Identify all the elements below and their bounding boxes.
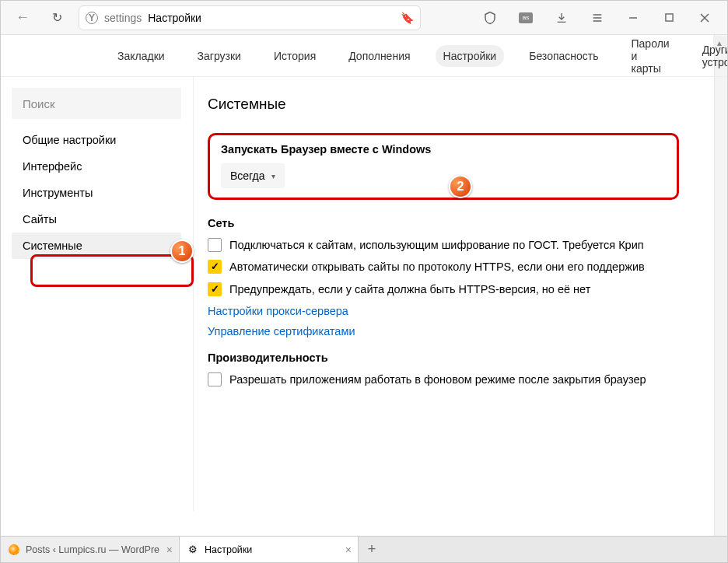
category-tabs: Закладки Загрузки История Дополнения Нас…: [1, 35, 727, 77]
checkbox-background[interactable]: [208, 372, 222, 386]
reload-button[interactable]: ↻: [40, 5, 74, 31]
url-key: settings: [104, 12, 142, 24]
checkbox-https-auto-row[interactable]: Автоматически открывать сайты по протоко…: [208, 259, 727, 275]
checkbox-https-warn-row[interactable]: Предупреждать, если у сайта должна быть …: [208, 282, 727, 297]
gear-icon: ⚙: [187, 544, 198, 555]
checkbox-https-warn[interactable]: [208, 282, 222, 296]
window-tab-2-label: Настройки: [205, 544, 252, 555]
settings-sidebar: Поиск Общие настройки Интерфейс Инструме…: [1, 77, 194, 511]
sidebar-item-sites[interactable]: Сайты: [12, 206, 181, 233]
url-title: Настройки: [148, 12, 201, 24]
back-button[interactable]: ←: [5, 5, 40, 31]
tab-passwords[interactable]: Пароли и карты: [624, 33, 677, 79]
toolbar-right: as: [472, 5, 723, 31]
link-certs[interactable]: Управление сертификатами: [208, 325, 727, 337]
window-tab-1[interactable]: Posts ‹ Lumpics.ru — WordPre ×: [1, 537, 180, 562]
tab-other-devices[interactable]: Другие устройс: [695, 39, 728, 73]
maximize-button[interactable]: [651, 5, 687, 31]
close-icon[interactable]: ×: [345, 544, 352, 556]
tab-security[interactable]: Безопасность: [521, 45, 606, 67]
window-tab-2[interactable]: ⚙ Настройки ×: [180, 537, 359, 562]
minimize-button[interactable]: [615, 5, 651, 31]
downloads-icon[interactable]: [544, 5, 579, 31]
sidebar-search[interactable]: Поиск: [12, 88, 181, 119]
window-tabs: Posts ‹ Lumpics.ru — WordPre × ⚙ Настрой…: [1, 536, 727, 562]
sidebar-item-interface[interactable]: Интерфейс: [12, 153, 181, 180]
checkbox-background-label: Разрешать приложениям работать в фоновом…: [229, 372, 646, 387]
close-icon[interactable]: ×: [166, 544, 173, 556]
startup-value: Всегда: [230, 170, 265, 182]
startup-dropdown[interactable]: Всегда ▾: [221, 163, 285, 188]
checkbox-background-row[interactable]: Разрешать приложениям работать в фоновом…: [208, 372, 727, 387]
tab-history[interactable]: История: [266, 45, 324, 67]
browser-toolbar: ← ↻ Y settings Настройки 🔖 as: [1, 1, 727, 35]
close-button[interactable]: [687, 5, 723, 31]
sidebar-item-general[interactable]: Общие настройки: [12, 127, 181, 153]
bookmark-icon[interactable]: 🔖: [401, 12, 414, 24]
tab-settings[interactable]: Настройки: [436, 45, 505, 67]
address-bar[interactable]: Y settings Настройки 🔖: [79, 5, 421, 30]
checkbox-https-auto-label: Автоматически открывать сайты по протоко…: [229, 259, 645, 275]
highlight-startup: Запускать Браузер вместе с Windows Всегд…: [208, 133, 679, 200]
chevron-down-icon: ▾: [271, 172, 275, 180]
new-tab-button[interactable]: +: [359, 537, 385, 562]
checkbox-https-auto[interactable]: [208, 260, 222, 274]
tab-downloads[interactable]: Загрузки: [190, 45, 249, 67]
page-title: Системные: [208, 96, 727, 113]
performance-heading: Производительность: [208, 351, 727, 364]
checkbox-gost-row[interactable]: Подключаться к сайтам, использующим шифр…: [208, 237, 727, 253]
menu-icon[interactable]: [579, 5, 615, 31]
svg-rect-0: [665, 14, 672, 21]
extension-icon[interactable]: as: [508, 5, 544, 31]
sidebar-item-tools[interactable]: Инструменты: [12, 180, 181, 206]
tab-bookmarks[interactable]: Закладки: [110, 45, 173, 67]
main-area: Поиск Общие настройки Интерфейс Инструме…: [1, 77, 727, 511]
shield-icon[interactable]: [472, 5, 508, 31]
search-placeholder: Поиск: [23, 97, 55, 110]
window-tab-1-label: Posts ‹ Lumpics.ru — WordPre: [26, 544, 159, 555]
sidebar-item-system[interactable]: Системные: [12, 233, 181, 259]
settings-content: Системные Запускать Браузер вместе с Win…: [194, 77, 727, 511]
site-icon: Y: [86, 12, 98, 24]
startup-heading: Запускать Браузер вместе с Windows: [221, 143, 666, 156]
favicon-icon: [9, 544, 19, 555]
tab-extensions[interactable]: Дополнения: [341, 45, 418, 67]
link-proxy[interactable]: Настройки прокси-сервера: [208, 305, 727, 317]
network-heading: Сеть: [208, 217, 727, 229]
checkbox-https-warn-label: Предупреждать, если у сайта должна быть …: [229, 282, 590, 297]
checkbox-gost[interactable]: [208, 238, 222, 252]
checkbox-gost-label: Подключаться к сайтам, использующим шифр…: [229, 237, 644, 253]
